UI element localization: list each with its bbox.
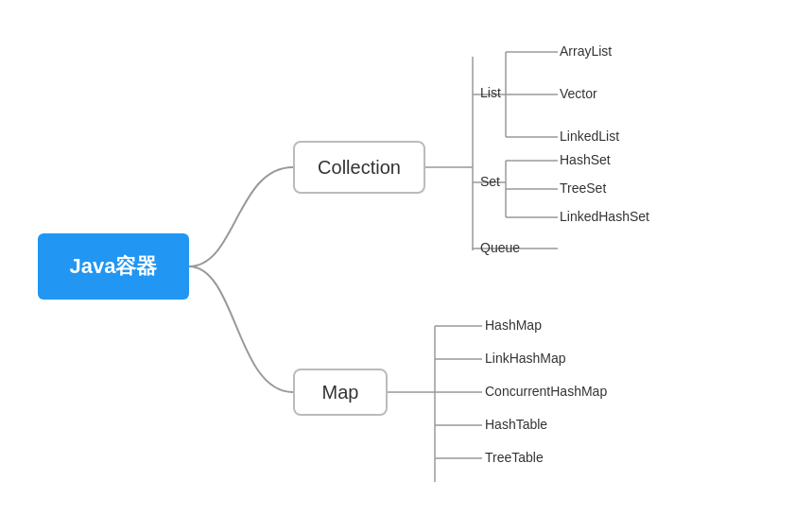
treeset-label: TreeSet <box>560 180 606 196</box>
vector-label: Vector <box>560 86 597 101</box>
hashset-label: HashSet <box>560 152 611 167</box>
map-node: Map <box>293 369 388 416</box>
list-group-label: List <box>480 85 501 100</box>
arraylist-label: ArrayList <box>560 43 612 59</box>
set-group-label: Set <box>480 174 500 189</box>
hashmap-label: HashMap <box>485 317 542 333</box>
collection-label: Collection <box>318 157 401 179</box>
linkedlist-label: LinkedList <box>560 129 619 144</box>
linkedhashset-label: LinkedHashSet <box>560 209 649 224</box>
root-node: Java容器 <box>38 233 189 300</box>
queue-label: Queue <box>480 240 520 255</box>
collection-node: Collection <box>293 141 425 194</box>
concurrenthashmap-label: ConcurrentHashMap <box>485 384 607 399</box>
root-label: Java容器 <box>70 252 158 281</box>
hashtable-label: HashTable <box>485 417 547 432</box>
map-label: Map <box>322 382 359 403</box>
linkhashmap-label: LinkHashMap <box>485 351 566 366</box>
treetable-label: TreeTable <box>485 450 544 465</box>
